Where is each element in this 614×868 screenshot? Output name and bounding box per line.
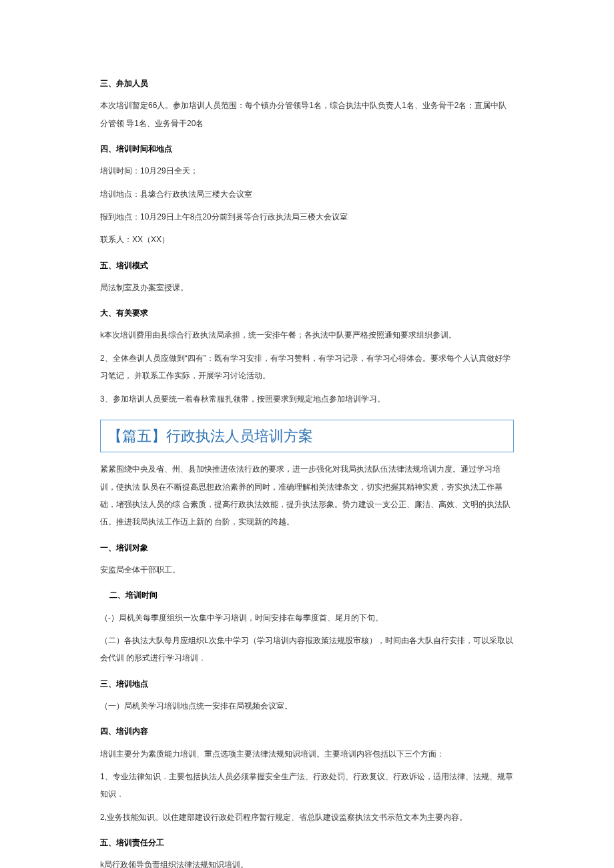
text-req-1: k本次培训费用由县综合行政执法局承担，统一安排午餐；各执法中队要严格按照通知要求… [100, 326, 514, 344]
text-checkin: 报到地点：10月29日上午8点20分前到县等合行政执法局三楼大会议室 [100, 208, 514, 226]
text-content-1: 1、专业法律知识．主要包括执法人员必须掌握安全生产法、行政处罚、行政复议、行政诉… [100, 768, 514, 803]
heading-duty: 五、培训责任分工 [100, 837, 514, 849]
heading-target: 一、培训对象 [100, 542, 514, 554]
text-place-1: （一）局机关学习培训地点统一安排在局视频会议室。 [100, 697, 514, 715]
text-place: 培训地点：县壕合行政执法局三楼大会议室 [100, 185, 514, 203]
text-content-intro: 培训主要分为素质能力培训、重点选项主要法律法规知识培训。主要培训内容包括以下三个… [100, 745, 514, 763]
section-5-title-box: 【篇五】行政执法人员培训方案 [100, 420, 514, 452]
text-intro: 紧紧围绕中央及省、州、县加快推进依法行政的要求，进一步强化对我局执法队伍法律法规… [100, 460, 514, 531]
text-time-1: （-）局机关每季度组织一次集中学习培训，时间安排在每季度首、尾月的下旬。 [100, 609, 514, 626]
heading-mode: 五、培训模式 [100, 260, 514, 272]
section-5-bracket: 【篇五】 [107, 428, 166, 444]
text-duty-1: k局行政领导负责组织法律法规知识培训。 [100, 856, 514, 868]
text-participants: 本次培训暂定66人。参加培训人员范围：每个镇办分管领导1名，综合执法中队负责人1… [100, 97, 514, 132]
heading-training-place: 三、培训地点 [100, 678, 514, 691]
text-content-2: 2,业务技能知识。以住建部建设行政处罚程序暂行规定、省总队建设监察执法文书示范文… [100, 809, 514, 826]
text-mode: 局法制室及办案室授课。 [100, 279, 514, 296]
text-req-3: 3、参加培训人员要统一着春秋常服扎领带，按照要求到规定地点参加培训学习。 [100, 390, 514, 408]
text-req-2: 2、全体叁训人员应做到“四有”：既有学习安排，有学习赞料，有学习记录，有学习心得… [100, 350, 514, 385]
heading-time-place: 四、培训时间和地点 [100, 143, 514, 155]
heading-training-time: 二、培训时间 [100, 589, 514, 602]
heading-training-content: 四、培训内容 [100, 725, 514, 738]
text-time-2: （二）各执法大队每月应组织L次集中学习（学习培训内容报政策法规股审核），时间由各… [100, 632, 514, 667]
heading-participants: 三、弁加人员 [100, 77, 514, 90]
text-contact: 联系人：XX（XX） [100, 231, 514, 248]
text-time: 培训时间：10月29日全天； [100, 162, 514, 179]
section-5-title: 行政执法人员培训方案 [166, 428, 313, 444]
heading-requirements: 大、有关要求 [100, 307, 514, 320]
text-target: 安监局全体干部职工。 [100, 561, 514, 578]
